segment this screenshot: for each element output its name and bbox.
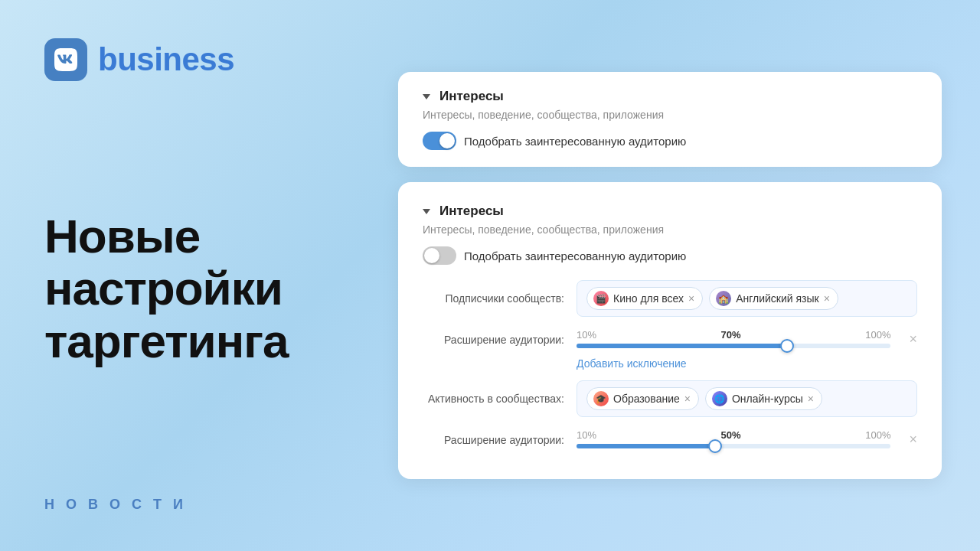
education-tag-icon: 🎓 [593,391,609,406]
tag-english-label: Английский язык [736,292,819,305]
tag-english: 🏫 Английский язык × [709,287,838,310]
subscribers-row: Подписчики сообществ: 🎬 Кино для всех × … [423,280,917,317]
audience-slider-label-1: Расширение аудитории: [423,334,564,346]
subscribers-label: Подписчики сообществ: [423,292,564,305]
slider-thumb-1[interactable] [780,339,794,353]
chevron-icon-main [423,209,430,214]
slider-wrapper-1: 10% 70% 100% [577,329,890,350]
audience-slider-label-2: Расширение аудитории: [423,434,564,446]
interests-subtitle-top: Интересы, поведение, сообщества, приложе… [423,109,917,121]
slider-max-1: 100% [865,329,890,341]
english-tag-icon: 🏫 [716,291,731,306]
tag-education: 🎓 Образование × [586,387,699,410]
interests-card-top: Интересы Интересы, поведение, сообщества… [398,72,942,167]
tag-online: 🌐 Онлайн-курсы × [705,387,822,410]
slider-fill-2 [577,444,715,448]
slider-close-1[interactable]: × [909,331,917,347]
toggle-row-top: Подобрать заинтересованную аудиторию [423,132,917,150]
audience-toggle-top[interactable] [423,132,456,150]
online-tag-icon: 🌐 [712,391,727,406]
tag-cinema: 🎬 Кино для всех × [586,287,703,310]
toggle-thumb-top [439,133,455,148]
slider-val-1: 70% [721,329,741,341]
slider-labels-1: 10% 70% 100% [577,329,890,341]
chevron-icon-top [423,94,430,99]
logo-area: business [44,38,345,81]
cinema-tag-icon: 🎬 [593,291,609,306]
slider-min-1: 10% [577,329,596,341]
activity-tags[interactable]: 🎓 Образование × 🌐 Онлайн-курсы × [577,380,917,417]
slider-track-2[interactable] [577,444,890,448]
subscribers-tags[interactable]: 🎬 Кино для всех × 🏫 Английский язык × [577,280,917,317]
tag-cinema-close[interactable]: × [688,293,694,304]
interests-card-main: Интересы Интересы, поведение, сообщества… [398,182,942,479]
activity-row: Активность в сообществах: 🎓 Образование … [423,380,917,417]
interests-header-main: Интересы [423,204,917,219]
interests-header-top: Интересы [423,89,917,104]
left-panel: business Новые настройки таргетинга Н О … [0,0,383,551]
vk-logo-icon [44,38,87,81]
slider-labels-2: 10% 50% 100% [577,429,890,441]
main-headline: Новые настройки таргетинга [44,210,345,367]
brand-name: business [98,41,234,78]
slider-track-1[interactable] [577,344,890,348]
toggle-row-main: Подобрать заинтересованную аудиторию [423,246,917,265]
slider-wrapper-2: 10% 50% 100% [577,429,890,450]
add-exclusion-link[interactable]: Добавить исключение [577,357,917,370]
audience-slider-row-1: Расширение аудитории: 10% 70% 100% × [423,329,917,350]
interests-title-main: Интересы [439,204,504,219]
news-label: Н О В О С Т И [44,497,345,513]
interests-subtitle-main: Интересы, поведение, сообщества, приложе… [423,223,917,236]
audience-toggle-main[interactable] [423,246,456,265]
slider-thumb-2[interactable] [708,439,722,453]
tag-cinema-label: Кино для всех [613,292,684,305]
toggle-thumb-main [424,248,439,263]
tag-education-label: Образование [613,393,680,405]
slider-close-2[interactable]: × [909,432,917,448]
activity-label: Активность в сообществах: [423,393,564,405]
slider-min-2: 10% [577,429,596,441]
tag-online-close[interactable]: × [808,393,814,404]
page-wrapper: business Новые настройки таргетинга Н О … [0,0,980,551]
slider-max-2: 100% [865,429,890,441]
toggle-label-main: Подобрать заинтересованную аудиторию [464,249,686,262]
slider-fill-1 [577,344,787,348]
audience-slider-row-2: Расширение аудитории: 10% 50% 100% × [423,429,917,450]
tag-online-label: Онлайн-курсы [732,393,803,405]
slider-val-2: 50% [721,429,741,441]
toggle-label-top: Подобрать заинтересованную аудиторию [464,135,686,148]
tag-english-close[interactable]: × [824,293,830,304]
right-panel: Интересы Интересы, поведение, сообщества… [383,0,980,551]
interests-title-top: Интересы [439,89,504,104]
tag-education-close[interactable]: × [684,393,691,404]
